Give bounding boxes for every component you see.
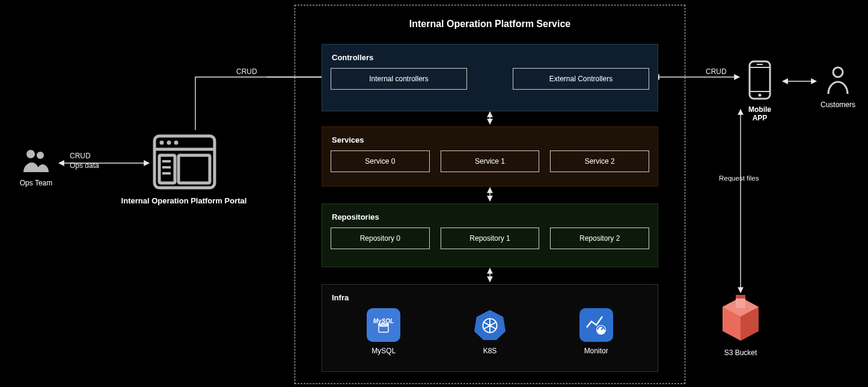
k8s-icon (473, 308, 507, 342)
mysql-icon: MySQL (367, 308, 400, 342)
edge-label-mobile-crud: CRUD (706, 67, 727, 76)
box-service-2: Service 2 (550, 150, 649, 172)
svg-point-16 (489, 324, 492, 327)
box-repo-0: Repository 0 (331, 228, 430, 249)
node-customers: Customers (819, 65, 857, 109)
node-mobile: Mobile APP (741, 60, 779, 122)
person-icon (825, 65, 851, 95)
layer-repositories-title: Repositories (332, 212, 649, 221)
layer-services: Services Service 0 Service 1 Service 2 (322, 126, 658, 187)
box-service-0: Service 0 (331, 150, 430, 172)
infra-item-k8s: K8S (454, 308, 526, 355)
node-portal (151, 134, 218, 192)
svg-point-25 (174, 141, 179, 145)
infra-label-monitor: Monitor (560, 347, 632, 355)
service-frame: Internal Operation Platform Service Cont… (295, 5, 685, 384)
s3-bucket-icon (715, 295, 766, 343)
service-title: Internal Operation Platform Service (295, 19, 685, 29)
svg-point-20 (37, 152, 44, 159)
mobile-phone-icon (747, 60, 772, 100)
s3-label: S3 Bucket (712, 348, 769, 357)
box-repo-2: Repository 2 (550, 228, 649, 249)
box-service-1: Service 1 (441, 150, 540, 172)
svg-point-34 (759, 94, 762, 97)
infra-item-monitor: Monitor (560, 308, 632, 355)
layer-controllers: Controllers Internal controllers Externa… (322, 44, 658, 111)
layer-repositories: Repositories Repository 0 Repository 1 R… (322, 203, 658, 267)
node-ops-team: Ops Team (16, 148, 56, 187)
node-s3: S3 Bucket (712, 295, 769, 357)
edge-label-portal-crud: CRUD (236, 67, 257, 76)
svg-point-19 (26, 150, 35, 158)
layer-infra: Infra MySQL MySQL K8S (322, 284, 658, 372)
people-icon (21, 148, 51, 173)
svg-rect-27 (179, 155, 210, 183)
svg-rect-41 (736, 295, 745, 299)
svg-rect-26 (159, 155, 175, 183)
svg-rect-30 (162, 172, 171, 175)
box-internal-controllers: Internal controllers (331, 68, 467, 90)
svg-point-23 (160, 141, 164, 145)
svg-point-36 (833, 67, 843, 77)
infra-label-mysql: MySQL (347, 347, 420, 355)
monitor-icon (579, 308, 613, 342)
box-external-controllers: External Controllers (513, 68, 649, 90)
svg-point-24 (167, 141, 171, 145)
edge-label-ops-data: Ops data (70, 161, 99, 170)
customers-label: Customers (819, 101, 857, 109)
edge-label-request-files: Request files (719, 175, 759, 182)
svg-rect-29 (162, 166, 171, 169)
edge-label-ops-crud: CRUD (70, 152, 91, 160)
browser-window-icon (152, 134, 217, 190)
portal-label: Internal Operation Platform Portal (106, 196, 262, 205)
ops-team-label: Ops Team (16, 179, 56, 187)
layer-controllers-title: Controllers (332, 53, 649, 62)
svg-rect-28 (162, 160, 171, 163)
layer-infra-title: Infra (332, 293, 649, 302)
layer-services-title: Services (332, 135, 649, 144)
mobile-label: Mobile APP (741, 105, 779, 122)
infra-item-mysql: MySQL MySQL (347, 308, 420, 355)
infra-label-k8s: K8S (454, 347, 526, 355)
box-repo-1: Repository 1 (441, 228, 540, 249)
